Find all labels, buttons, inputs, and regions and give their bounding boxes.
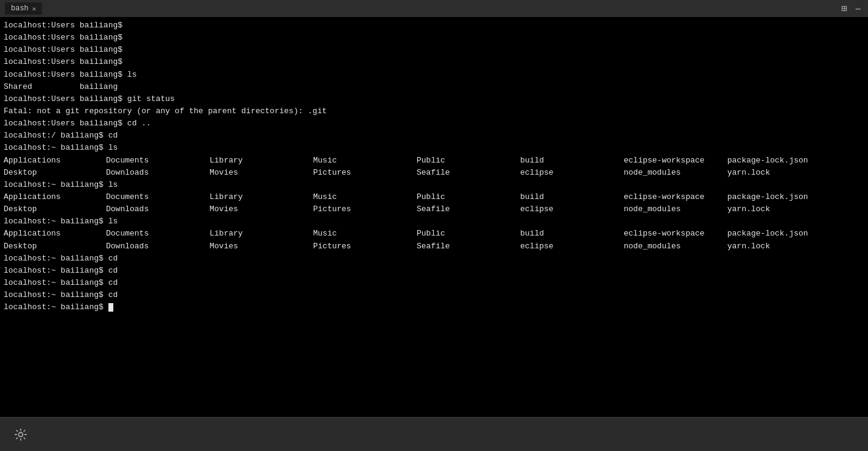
terminal-line: localhost:~ bailiang$ ls xyxy=(4,179,864,191)
ls-output-1: Applications Documents Library Music Pub… xyxy=(4,155,864,167)
ls-item: build xyxy=(520,228,624,240)
ls-item: Desktop xyxy=(4,240,106,253)
ls-item: package-lock.json xyxy=(727,191,831,203)
ls-item: Public xyxy=(417,155,520,167)
title-bar-right: ⊞ ⋯ xyxy=(839,1,863,16)
ls-item: package-lock.json xyxy=(727,155,831,167)
terminal-line: localhost:~ bailiang$ cd xyxy=(4,289,864,301)
ls-item: build xyxy=(520,191,624,203)
split-pane-icon[interactable]: ⊞ xyxy=(839,1,850,16)
settings-button[interactable] xyxy=(10,424,32,446)
title-bar-left: bash ✕ xyxy=(5,2,42,15)
ls-item: yarn.lock xyxy=(727,240,831,253)
ls-item: build xyxy=(520,155,624,167)
ls-item: Desktop xyxy=(4,167,106,179)
ls-item: Downloads xyxy=(106,240,210,253)
ls-output-3: Applications Documents Library Music Pub… xyxy=(4,228,864,240)
ls-item: Seafile xyxy=(417,240,520,253)
terminal-line: localhost:/ bailiang$ cd xyxy=(4,130,864,142)
tab-label: bash xyxy=(11,4,29,13)
terminal-line: Fatal: not a git repository (or any of t… xyxy=(4,105,864,117)
tab-close-icon[interactable]: ✕ xyxy=(32,5,37,13)
terminal-line: localhost:~ bailiang$ ls xyxy=(4,142,864,154)
ls-item: Library xyxy=(210,155,313,167)
ls-item: Library xyxy=(210,228,313,240)
ls-output-2: Applications Documents Library Music Pub… xyxy=(4,191,864,203)
ls-output-2b: Desktop Downloads Movies Pictures Seafil… xyxy=(4,203,864,215)
ls-item: Documents xyxy=(106,191,210,203)
ls-item: Pictures xyxy=(313,240,417,253)
ls-item: Library xyxy=(210,191,313,203)
terminal-prompt-final[interactable]: localhost:~ bailiang$ xyxy=(4,301,864,313)
ls-output-3b: Desktop Downloads Movies Pictures Seafil… xyxy=(4,240,864,253)
ls-item: Applications xyxy=(4,191,106,203)
ls-item: Seafile xyxy=(417,167,520,179)
ls-item: Movies xyxy=(210,240,313,253)
ls-item: Seafile xyxy=(417,203,520,215)
terminal-line: localhost:~ bailiang$ cd xyxy=(4,265,864,277)
ls-item: Applications xyxy=(4,155,106,167)
ls-item: Music xyxy=(313,228,417,240)
ls-item: eclipse-workspace xyxy=(624,191,727,203)
svg-point-0 xyxy=(19,432,23,436)
terminal-line: localhost:~ bailiang$ ls xyxy=(4,215,864,228)
terminal-line: localhost:Users bailiang$ xyxy=(4,44,864,56)
terminal-window: bash ✕ ⊞ ⋯ localhost:Users bailiang$ loc… xyxy=(0,0,868,451)
terminal-line: localhost:Users bailiang$ ls xyxy=(4,69,864,81)
ls-item: Downloads xyxy=(106,167,210,179)
terminal-line: localhost:Users bailiang$ cd .. xyxy=(4,117,864,130)
terminal-content[interactable]: localhost:Users bailiang$ localhost:User… xyxy=(0,17,868,417)
ls-item: Pictures xyxy=(313,203,417,215)
title-bar: bash ✕ ⊞ ⋯ xyxy=(0,0,868,17)
cursor xyxy=(108,303,113,312)
terminal-line: localhost:~ bailiang$ cd xyxy=(4,277,864,289)
ls-item: Public xyxy=(417,191,520,203)
ls-output-1b: Desktop Downloads Movies Pictures Seafil… xyxy=(4,167,864,179)
ls-item: node_modules xyxy=(624,203,727,215)
terminal-line: localhost:Users bailiang$ xyxy=(4,56,864,68)
ls-item: Documents xyxy=(106,155,210,167)
terminal-line: Shared bailiang xyxy=(4,81,864,93)
terminal-line: localhost:Users bailiang$ git status xyxy=(4,93,864,105)
ls-item: eclipse xyxy=(520,167,624,179)
terminal-line: localhost:Users bailiang$ xyxy=(4,32,864,44)
ls-item: eclipse-workspace xyxy=(624,155,727,167)
ls-item: Desktop xyxy=(4,203,106,215)
ls-item: eclipse xyxy=(520,240,624,253)
ls-item: eclipse xyxy=(520,203,624,215)
ls-item: Applications xyxy=(4,228,106,240)
ls-item: node_modules xyxy=(624,167,727,179)
ellipsis-icon[interactable]: ⋯ xyxy=(853,2,863,15)
ls-item: Movies xyxy=(210,167,313,179)
terminal-tab[interactable]: bash ✕ xyxy=(5,2,42,15)
ls-item: package-lock.json xyxy=(727,228,831,240)
ls-item: yarn.lock xyxy=(727,203,831,215)
ls-item: Pictures xyxy=(313,167,417,179)
ls-item: Music xyxy=(313,191,417,203)
gear-icon xyxy=(14,428,27,441)
ls-item: Music xyxy=(313,155,417,167)
ls-item: Movies xyxy=(210,203,313,215)
ls-item: yarn.lock xyxy=(727,167,831,179)
ls-item: Documents xyxy=(106,228,210,240)
ls-item: node_modules xyxy=(624,240,727,253)
bottom-bar xyxy=(0,417,868,451)
ls-item: eclipse-workspace xyxy=(624,228,727,240)
terminal-line: localhost:Users bailiang$ xyxy=(4,19,864,32)
terminal-line: localhost:~ bailiang$ cd xyxy=(4,253,864,265)
ls-item: Public xyxy=(417,228,520,240)
ls-item: Downloads xyxy=(106,203,210,215)
